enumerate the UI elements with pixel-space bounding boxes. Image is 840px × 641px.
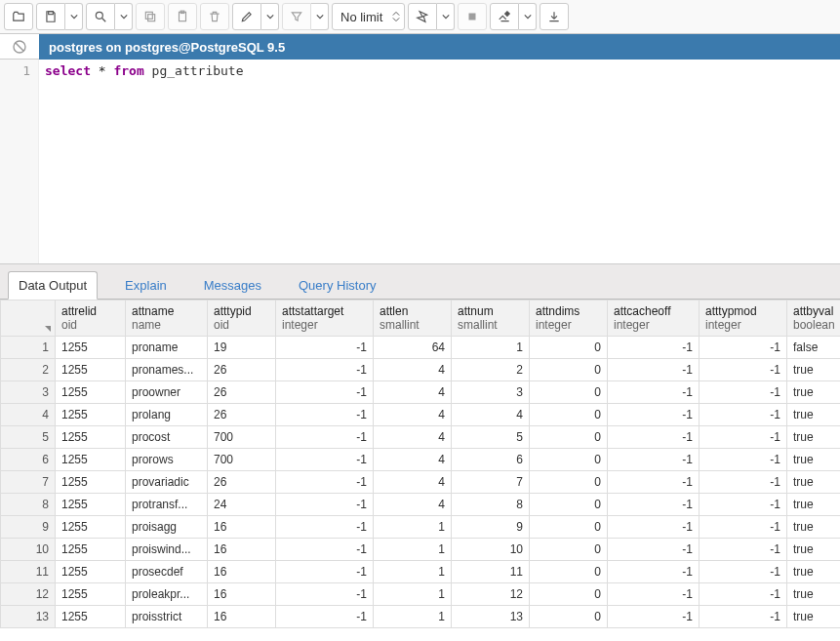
cell[interactable]: -1	[276, 359, 374, 381]
cell[interactable]: 11	[452, 561, 530, 583]
cell[interactable]: 0	[530, 337, 608, 359]
cell[interactable]: 26	[208, 404, 276, 426]
limit-stepper[interactable]	[392, 11, 400, 22]
cell[interactable]: -1	[700, 583, 787, 606]
data-grid[interactable]: attrelidoidattnamenameatttypidoidattstat…	[0, 300, 840, 628]
column-header[interactable]: attndimsinteger	[530, 300, 608, 337]
table-row[interactable]: 61255prorows700-1460-1-1true	[1, 449, 841, 471]
table-row[interactable]: 121255proleakpr...16-11120-1-1true	[1, 583, 841, 606]
cell[interactable]: 1255	[56, 359, 126, 381]
cell[interactable]: 16	[208, 561, 276, 583]
cell[interactable]: 10	[452, 539, 530, 561]
filter-dropdown[interactable]	[311, 3, 329, 30]
cell[interactable]: 0	[530, 471, 608, 494]
cell[interactable]: true	[787, 561, 841, 583]
cell[interactable]: 16	[208, 583, 276, 606]
clear-dropdown[interactable]	[519, 3, 537, 30]
find-button[interactable]	[86, 3, 115, 30]
table-row[interactable]: 81255protransf...24-1480-1-1true	[1, 494, 841, 516]
cell[interactable]: -1	[700, 426, 787, 449]
cell[interactable]: -1	[608, 561, 700, 583]
cell[interactable]: -1	[276, 561, 374, 583]
filter-button[interactable]	[282, 3, 311, 30]
column-header[interactable]: attbyvalboolean	[787, 300, 841, 337]
cell[interactable]: -1	[608, 381, 700, 404]
cell[interactable]: -1	[276, 583, 374, 606]
cell[interactable]: false	[787, 337, 841, 359]
cell[interactable]: -1	[700, 606, 787, 628]
column-header[interactable]: atttypidoid	[208, 300, 276, 337]
cell[interactable]: true	[787, 494, 841, 516]
cell[interactable]: 1	[374, 606, 452, 628]
cell[interactable]: 0	[530, 359, 608, 381]
cell[interactable]: 26	[208, 359, 276, 381]
cell[interactable]: 3	[452, 381, 530, 404]
cell[interactable]: 1255	[56, 449, 126, 471]
row-number-cell[interactable]: 11	[1, 561, 56, 583]
sql-editor[interactable]: 1 select * from pg_attribute	[0, 60, 840, 264]
row-number-cell[interactable]: 2	[1, 359, 56, 381]
cell[interactable]: -1	[608, 583, 700, 606]
cell[interactable]: 4	[374, 359, 452, 381]
paste-button[interactable]	[168, 3, 197, 30]
cell[interactable]: -1	[276, 516, 374, 539]
table-row[interactable]: 101255proiswind...16-11100-1-1true	[1, 539, 841, 561]
save-dropdown[interactable]	[65, 3, 83, 30]
table-row[interactable]: 71255provariadic26-1470-1-1true	[1, 471, 841, 494]
cell[interactable]: 4	[374, 426, 452, 449]
cell[interactable]: 1255	[56, 606, 126, 628]
cell[interactable]: pronames...	[126, 359, 208, 381]
cell[interactable]: -1	[276, 404, 374, 426]
open-file-button[interactable]	[4, 3, 33, 30]
cell[interactable]: 4	[374, 471, 452, 494]
stop-button[interactable]	[458, 3, 487, 30]
column-header[interactable]: atttypmodinteger	[700, 300, 787, 337]
cell[interactable]: -1	[276, 381, 374, 404]
cell[interactable]: 1255	[56, 494, 126, 516]
cell[interactable]: 0	[530, 561, 608, 583]
column-header[interactable]: attnumsmallint	[452, 300, 530, 337]
table-row[interactable]: 31255proowner26-1430-1-1true	[1, 381, 841, 404]
cell[interactable]: -1	[608, 426, 700, 449]
cell[interactable]: -1	[700, 494, 787, 516]
cell[interactable]: true	[787, 404, 841, 426]
row-number-cell[interactable]: 10	[1, 539, 56, 561]
cell[interactable]: protransf...	[126, 494, 208, 516]
cell[interactable]: 7	[452, 471, 530, 494]
table-row[interactable]: 131255proisstrict16-11130-1-1true	[1, 606, 841, 628]
cell[interactable]: 1	[374, 539, 452, 561]
cell[interactable]: 4	[452, 404, 530, 426]
cell[interactable]: provariadic	[126, 471, 208, 494]
cell[interactable]: -1	[700, 516, 787, 539]
cell[interactable]: 12	[452, 583, 530, 606]
cell[interactable]: -1	[700, 539, 787, 561]
cell[interactable]: 1255	[56, 471, 126, 494]
cell[interactable]: 16	[208, 606, 276, 628]
cell[interactable]: true	[787, 359, 841, 381]
cell[interactable]: 16	[208, 539, 276, 561]
cell[interactable]: 0	[530, 606, 608, 628]
cell[interactable]: 13	[452, 606, 530, 628]
table-row[interactable]: 41255prolang26-1440-1-1true	[1, 404, 841, 426]
cell[interactable]: 1255	[56, 561, 126, 583]
cell[interactable]: 1255	[56, 381, 126, 404]
cell[interactable]: -1	[276, 426, 374, 449]
cell[interactable]: -1	[700, 359, 787, 381]
cell[interactable]: procost	[126, 426, 208, 449]
table-row[interactable]: 51255procost700-1450-1-1true	[1, 426, 841, 449]
column-header[interactable]: attcacheoffinteger	[608, 300, 700, 337]
cell[interactable]: 0	[530, 449, 608, 471]
connection-bar[interactable]: postgres on postgres@PostgreSQL 9.5	[39, 34, 840, 60]
limit-select[interactable]: No limit	[332, 3, 405, 30]
cell[interactable]: -1	[700, 471, 787, 494]
row-number-cell[interactable]: 1	[1, 337, 56, 359]
cell[interactable]: 1	[374, 516, 452, 539]
column-header[interactable]: attnamename	[126, 300, 208, 337]
copy-button[interactable]	[136, 3, 165, 30]
cell[interactable]: 700	[208, 449, 276, 471]
cell[interactable]: -1	[608, 337, 700, 359]
cell[interactable]: -1	[276, 471, 374, 494]
tab-messages[interactable]: Messages	[194, 272, 271, 299]
cell[interactable]: true	[787, 426, 841, 449]
cell[interactable]: 6	[452, 449, 530, 471]
